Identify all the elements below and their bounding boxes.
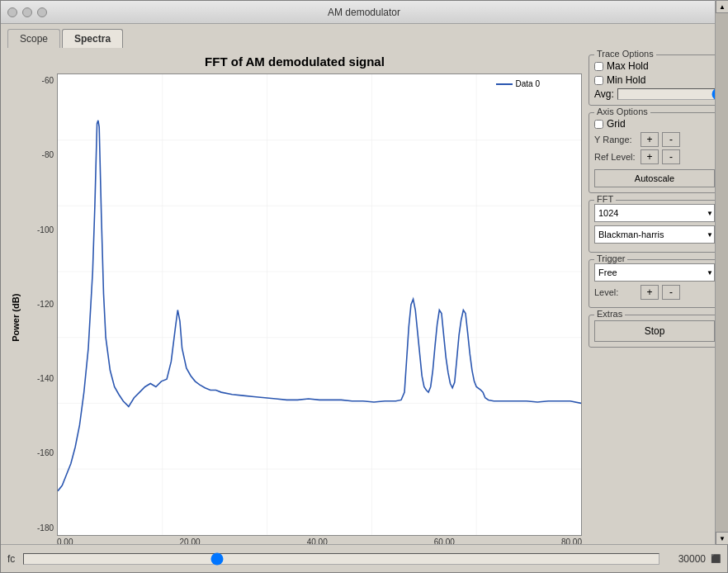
ref-level-row: Ref Level: + - xyxy=(594,149,715,164)
trace-options-label: Trace Options xyxy=(594,49,656,59)
y-tick-3: -120 xyxy=(37,301,54,309)
tab-spectra[interactable]: Spectra xyxy=(62,29,123,48)
avg-row: Avg: xyxy=(594,88,715,100)
trigger-level-minus-button[interactable]: - xyxy=(662,285,680,300)
axis-options-label: Axis Options xyxy=(594,107,650,116)
fft-window-wrapper: Blackman-harris Hamming Hann Rectangular… xyxy=(594,225,715,244)
plot-title: FFT of AM demodulated signal xyxy=(7,54,582,69)
ref-level-plus-button[interactable]: + xyxy=(641,149,659,164)
y-tick-5: -160 xyxy=(37,449,54,457)
grid-checkbox[interactable] xyxy=(594,120,603,129)
y-tick-0: -60 xyxy=(42,77,54,85)
plot-inner: -60 -80 -100 -120 -140 -160 -180 xyxy=(26,73,582,536)
fc-slider[interactable] xyxy=(23,553,659,565)
fft-chart xyxy=(58,74,581,535)
trigger-group: Trigger Free Auto Normal ▼ xyxy=(589,259,721,308)
plot-with-axes: -60 -80 -100 -120 -140 -160 -180 xyxy=(26,73,582,544)
axis-options-group: Axis Options Grid Y Range: + - Ref Level… xyxy=(589,112,721,193)
y-ticks: -60 -80 -100 -120 -140 -160 -180 xyxy=(26,73,57,536)
min-hold-row: Min Hold xyxy=(594,74,715,86)
min-hold-checkbox[interactable] xyxy=(594,76,603,85)
legend: Data 0 xyxy=(496,79,540,88)
maximize-button[interactable] xyxy=(37,7,47,17)
svg-rect-0 xyxy=(58,74,581,535)
x-ticks: 0.00 20.00 40.00 60.00 80.00 xyxy=(57,536,582,544)
fft-size-select[interactable]: 1024 2048 512 256 xyxy=(594,204,715,222)
trigger-label: Trigger xyxy=(594,253,627,263)
fft-group: FFT 1024 2048 512 256 ▼ xyxy=(589,200,721,253)
x-tick-0: 0.00 xyxy=(57,537,73,544)
fft-size-wrapper: 1024 2048 512 256 ▼ xyxy=(594,204,715,222)
y-range-row: Y Range: + - xyxy=(594,132,715,147)
right-panel: Trace Options Max Hold Min Hold Avg: xyxy=(589,54,721,537)
avg-label: Avg: xyxy=(594,88,614,100)
scroll-down-button[interactable]: ▼ xyxy=(716,532,728,545)
fft-label: FFT xyxy=(594,194,616,204)
content-area: Scope Spectra FFT of AM demodulated sign… xyxy=(1,24,727,572)
close-button[interactable] xyxy=(7,7,17,17)
fc-value: 30000 xyxy=(664,553,706,565)
ref-level-label: Ref Level: xyxy=(594,152,637,162)
fft-size-row: 1024 2048 512 256 ▼ xyxy=(594,204,715,222)
chart-canvas: Data 0 xyxy=(57,73,582,536)
window-controls xyxy=(7,7,47,17)
bottom-bar: fc 30000 ⬛ xyxy=(1,544,727,572)
tabs-bar: Scope Spectra xyxy=(1,24,727,48)
avg-slider[interactable] xyxy=(617,88,726,100)
main-panel: FFT of AM demodulated signal Power (dB) … xyxy=(1,48,727,544)
y-axis-label: Power (dB) xyxy=(7,73,24,544)
y-tick-2: -100 xyxy=(37,226,54,234)
x-tick-3: 60.00 xyxy=(434,537,455,544)
trace-options-group: Trace Options Max Hold Min Hold Avg: xyxy=(589,54,721,106)
autoscale-button[interactable]: Autoscale xyxy=(594,169,715,187)
x-tick-2: 40.00 xyxy=(307,537,328,544)
fft-window-select[interactable]: Blackman-harris Hamming Hann Rectangular xyxy=(594,225,715,244)
grid-row: Grid xyxy=(594,118,715,130)
y-tick-6: -180 xyxy=(37,524,54,533)
max-hold-row: Max Hold xyxy=(594,60,715,72)
extras-group: Extras Stop xyxy=(589,315,721,348)
fc-label: fc xyxy=(7,553,15,565)
scroll-track xyxy=(716,13,728,532)
scroll-up-button[interactable]: ▲ xyxy=(716,0,728,13)
fft-window-row: Blackman-harris Hamming Hann Rectangular… xyxy=(594,225,715,244)
trigger-mode-wrapper: Free Auto Normal ▼ xyxy=(594,263,715,282)
vertical-scrollbar[interactable]: ▲ ▼ xyxy=(715,0,728,545)
y-tick-1: -80 xyxy=(42,151,54,159)
max-hold-label: Max Hold xyxy=(607,60,649,72)
trigger-level-row: Level: + - xyxy=(594,285,715,300)
trigger-mode-row: Free Auto Normal ▼ xyxy=(594,263,715,282)
window-title: AM demodulator xyxy=(328,7,400,18)
trigger-level-plus-button[interactable]: + xyxy=(641,285,659,300)
grid-label: Grid xyxy=(607,118,626,130)
plot-area: FFT of AM demodulated signal Power (dB) … xyxy=(7,54,582,537)
plot-container: Power (dB) -60 -80 -100 -120 -140 xyxy=(7,73,582,544)
y-range-label: Y Range: xyxy=(594,135,637,144)
y-tick-4: -140 xyxy=(37,375,54,383)
stop-button[interactable]: Stop xyxy=(594,320,715,342)
fc-unit-icon: ⬛ xyxy=(711,554,721,563)
tab-scope[interactable]: Scope xyxy=(7,29,60,48)
ref-level-minus-button[interactable]: - xyxy=(662,149,680,164)
extras-label: Extras xyxy=(594,309,625,319)
x-axis-area: 0.00 20.00 40.00 60.00 80.00 xyxy=(57,536,582,544)
x-tick-1: 20.00 xyxy=(180,537,201,544)
trigger-level-label: Level: xyxy=(594,287,637,297)
max-hold-checkbox[interactable] xyxy=(594,62,603,71)
titlebar: AM demodulator xyxy=(1,1,727,24)
legend-line xyxy=(496,83,513,85)
y-range-minus-button[interactable]: - xyxy=(662,132,680,147)
min-hold-label: Min Hold xyxy=(607,74,645,86)
minimize-button[interactable] xyxy=(22,7,32,17)
y-range-plus-button[interactable]: + xyxy=(641,132,659,147)
legend-label: Data 0 xyxy=(516,79,540,88)
x-tick-4: 80.00 xyxy=(561,537,582,544)
trigger-mode-select[interactable]: Free Auto Normal xyxy=(594,263,715,282)
